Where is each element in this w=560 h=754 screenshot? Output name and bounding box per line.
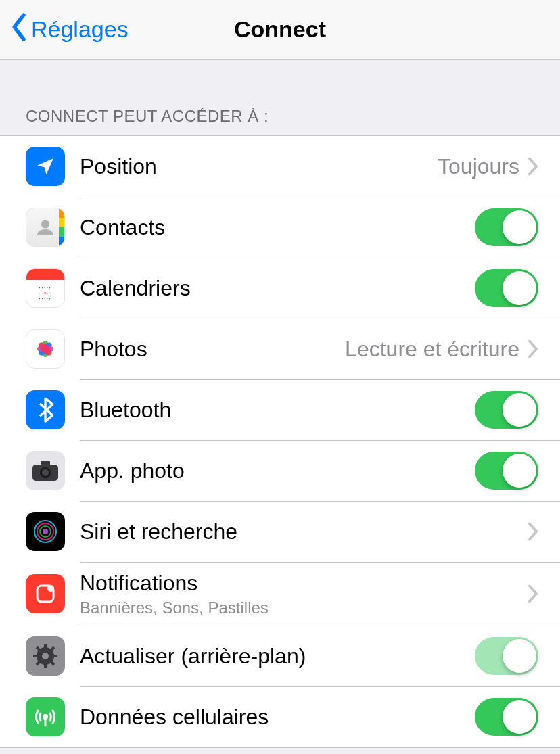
row-label: Bluetooth: [80, 397, 475, 423]
row-value: Lecture et écriture: [345, 337, 519, 362]
row-label: Actualiser (arrière-plan): [80, 643, 475, 669]
row-label: Contacts: [80, 214, 475, 240]
row-cellular: Données cellulaires: [0, 686, 560, 747]
row-value: Toujours: [438, 154, 519, 179]
chevron-right-icon: [528, 584, 538, 603]
svg-point-12: [42, 469, 49, 476]
svg-line-26: [51, 662, 54, 665]
back-label: Réglages: [31, 16, 129, 43]
chevron-left-icon: [9, 12, 28, 47]
row-subtitle: Bannières, Sons, Pastilles: [80, 598, 528, 617]
siri-icon: [26, 512, 65, 551]
gear-icon: [26, 636, 65, 676]
calendar-icon: ∙∙∙∙∙∙∙•∙∙∙∙∙∙∙: [26, 268, 65, 308]
row-photos[interactable]: Photos Lecture et écriture: [0, 319, 560, 379]
svg-line-27: [37, 662, 39, 665]
toggle-contacts[interactable]: [475, 208, 538, 246]
row-bluetooth: Bluetooth: [0, 379, 560, 440]
toggle-camera[interactable]: [475, 452, 538, 490]
row-label: Position: [80, 154, 438, 179]
bluetooth-icon: [26, 390, 65, 429]
svg-point-16: [43, 529, 48, 534]
row-camera: App. photo: [0, 440, 560, 501]
permissions-group: Position Toujours Contacts ∙∙∙∙∙∙∙•∙∙∙∙∙…: [0, 135, 560, 748]
row-label: App. photo: [80, 458, 475, 484]
svg-line-25: [37, 647, 39, 650]
chevron-right-icon: [528, 157, 538, 176]
chevron-right-icon: [528, 339, 538, 358]
back-button[interactable]: Réglages: [0, 12, 129, 47]
row-label: Siri et recherche: [80, 519, 528, 544]
svg-point-18: [47, 585, 54, 592]
row-siri[interactable]: Siri et recherche: [0, 501, 560, 562]
row-calendars: ∙∙∙∙∙∙∙•∙∙∙∙∙∙∙ Calendriers: [0, 258, 560, 319]
toggle-background-refresh[interactable]: [475, 637, 538, 675]
photos-icon: [26, 329, 65, 369]
svg-rect-10: [41, 461, 50, 466]
toggle-bluetooth[interactable]: [475, 391, 538, 429]
chevron-right-icon: [528, 522, 538, 541]
contacts-icon: [26, 208, 65, 247]
row-label: Données cellulaires: [80, 704, 475, 730]
row-label: Notifications: [80, 570, 528, 596]
row-label: Photos: [80, 336, 345, 362]
location-icon: [26, 147, 65, 186]
camera-icon: [26, 451, 65, 490]
toggle-calendars[interactable]: [475, 269, 538, 307]
svg-point-0: [41, 220, 49, 229]
row-background-refresh: Actualiser (arrière-plan): [0, 626, 560, 686]
toggle-cellular[interactable]: [475, 698, 538, 736]
section-header: Connect peut accéder à :: [0, 60, 560, 135]
svg-line-28: [51, 647, 54, 650]
svg-point-20: [42, 653, 49, 659]
row-label: Calendriers: [80, 275, 475, 301]
row-contacts: Contacts: [0, 197, 560, 258]
row-notifications[interactable]: Notifications Bannières, Sons, Pastilles: [0, 562, 560, 626]
notifications-icon: [26, 574, 65, 613]
cellular-icon: [26, 697, 65, 736]
row-position[interactable]: Position Toujours: [0, 136, 560, 197]
navbar: Réglages Connect: [0, 0, 560, 60]
